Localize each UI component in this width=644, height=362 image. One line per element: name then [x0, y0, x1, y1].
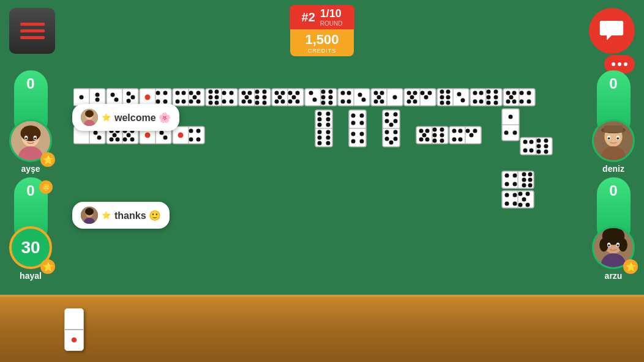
svg-point-164: [506, 91, 511, 95]
svg-point-36: [85, 208, 94, 215]
svg-point-227: [385, 113, 389, 117]
svg-point-199: [189, 138, 193, 142]
svg-point-168: [512, 100, 517, 104]
svg-point-137: [421, 91, 425, 95]
svg-point-101: [296, 91, 300, 95]
svg-point-203: [318, 112, 322, 116]
svg-point-188: [130, 138, 135, 142]
svg-point-71: [209, 95, 213, 100]
svg-point-212: [326, 136, 331, 140]
svg-point-283: [528, 172, 533, 177]
svg-point-196: [178, 133, 184, 138]
svg-point-175: [94, 131, 98, 135]
svg-point-121: [362, 98, 366, 102]
svg-point-166: [509, 95, 514, 100]
svg-point-205: [318, 117, 322, 122]
svg-point-235: [394, 137, 398, 141]
svg-point-269: [530, 149, 534, 153]
svg-point-72: [215, 95, 219, 100]
svg-point-55: [163, 100, 168, 104]
svg-point-28: [616, 245, 619, 247]
svg-point-221: [351, 132, 356, 136]
svg-point-285: [528, 178, 533, 182]
svg-point-138: [428, 91, 432, 95]
svg-point-65: [189, 100, 193, 104]
svg-point-222: [360, 132, 364, 136]
round-label: ROUND: [320, 20, 343, 27]
svg-point-293: [513, 202, 517, 206]
svg-point-103: [288, 100, 293, 104]
menu-button[interactable]: [9, 8, 55, 54]
svg-point-262: [504, 131, 509, 135]
svg-point-78: [230, 100, 234, 104]
svg-point-183: [116, 138, 120, 142]
svg-point-39: [80, 95, 84, 100]
thanks-text: thanks 🙂: [114, 210, 161, 221]
svg-point-256: [466, 129, 470, 133]
svg-point-191: [145, 133, 151, 138]
svg-point-296: [522, 198, 526, 202]
svg-point-91: [263, 101, 267, 105]
svg-point-233: [394, 130, 398, 135]
svg-point-9: [34, 138, 36, 140]
svg-point-132: [407, 91, 411, 95]
svg-point-295: [526, 192, 530, 196]
svg-point-214: [326, 141, 331, 146]
svg-point-45: [114, 98, 119, 102]
svg-point-294: [519, 192, 523, 196]
svg-point-60: [176, 100, 180, 104]
svg-point-83: [245, 95, 249, 100]
svg-point-219: [351, 121, 356, 125]
svg-point-5: [21, 125, 41, 141]
svg-point-77: [222, 100, 227, 104]
svg-point-135: [407, 100, 411, 104]
svg-point-133: [413, 91, 417, 95]
svg-point-209: [318, 130, 322, 135]
svg-point-61: [182, 100, 186, 104]
svg-point-181: [113, 133, 117, 138]
svg-point-253: [459, 129, 463, 133]
svg-point-44: [111, 93, 115, 97]
svg-point-124: [374, 91, 378, 95]
player-ayse: 0 ⭐ ayşe: [9, 70, 52, 174]
chat-avatar-hayal: [81, 207, 98, 224]
deniz-name: deniz: [602, 164, 624, 174]
svg-point-204: [326, 112, 331, 116]
svg-point-18: [616, 138, 619, 140]
svg-point-17: [608, 138, 610, 140]
svg-point-84: [242, 100, 246, 104]
welcome-text: welcome 🌸: [114, 112, 171, 124]
svg-point-75: [222, 91, 227, 95]
svg-point-63: [197, 91, 201, 95]
svg-point-94: [275, 91, 279, 95]
svg-point-40: [95, 93, 100, 97]
hand-tile[interactable]: [64, 308, 84, 351]
svg-point-267: [530, 140, 534, 144]
svg-point-58: [176, 91, 180, 95]
chat-button[interactable]: [589, 8, 635, 54]
svg-point-252: [452, 129, 457, 133]
svg-point-297: [519, 203, 523, 207]
svg-point-136: [413, 100, 417, 104]
ayse-score: 0: [26, 75, 34, 92]
rank-badge: #2: [302, 10, 315, 24]
svg-point-144: [440, 95, 444, 100]
game-board: #2 1/10 ROUND 1,500 CREDITS 0: [0, 0, 644, 362]
svg-point-223: [351, 139, 356, 144]
svg-point-24: [618, 238, 627, 251]
svg-point-116: [341, 91, 345, 95]
svg-point-27: [608, 245, 610, 247]
svg-point-90: [255, 101, 260, 105]
svg-point-113: [329, 101, 333, 105]
svg-point-197: [189, 129, 193, 133]
svg-point-240: [425, 129, 430, 133]
svg-point-275: [544, 150, 549, 154]
svg-point-82: [248, 91, 252, 95]
svg-point-228: [394, 113, 398, 117]
svg-point-274: [537, 150, 541, 154]
arzu-name: arzu: [605, 271, 623, 281]
svg-point-125: [380, 91, 384, 95]
svg-point-286: [522, 183, 526, 188]
svg-point-129: [393, 95, 397, 100]
svg-point-32: [85, 110, 94, 117]
